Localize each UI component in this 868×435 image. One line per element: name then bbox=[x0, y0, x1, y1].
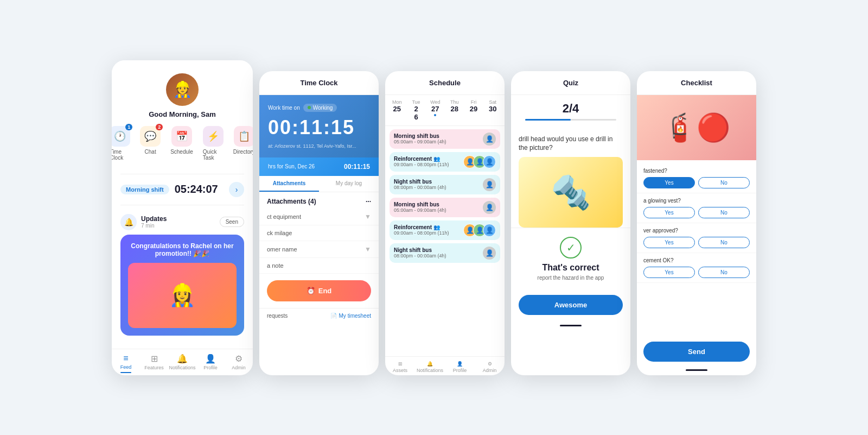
showcase: 👷 Good Morning, Sam 🕐1 Time Clock 💬2 Cha… bbox=[79, 39, 789, 397]
awesome-button[interactable]: Awesome bbox=[519, 295, 623, 315]
chat-label: Chat bbox=[145, 149, 156, 155]
updates-text: Updates 7 min bbox=[141, 215, 215, 229]
cl-options-0: Yes No bbox=[643, 177, 750, 188]
directory-bubble: 📋 bbox=[234, 126, 253, 147]
shift-arrow-button[interactable]: › bbox=[229, 182, 244, 197]
tc-field-3[interactable]: a note bbox=[259, 258, 379, 274]
sch-profile-label: Profile bbox=[453, 368, 467, 373]
timeclock-bubble: 🕐1 bbox=[112, 126, 130, 147]
nav-features[interactable]: ⊞ Features bbox=[140, 354, 168, 373]
timesheet-icon: 📄 bbox=[330, 313, 337, 319]
day-fri[interactable]: Fri 29 bbox=[464, 99, 483, 121]
tc-more-icon: ··· bbox=[366, 198, 371, 205]
chat-badge: 2 bbox=[156, 124, 163, 130]
promo-text: Congratulations to Rachel on her promoti… bbox=[128, 242, 237, 257]
day-dot bbox=[434, 114, 436, 116]
tc-shift-banner: hrs for Sun, Dec 26 00:11:15 bbox=[259, 157, 379, 176]
day-tue[interactable]: Tue 26 bbox=[406, 99, 425, 121]
profile-nav-icon: 👤 bbox=[205, 354, 216, 364]
shift-row: Morning shift 05:24:07 › bbox=[112, 179, 253, 200]
cl-question-1: a glowing vest? Yes No bbox=[637, 193, 756, 223]
cl-yes-0[interactable]: Yes bbox=[643, 177, 695, 188]
tc-field-1[interactable]: ck milage bbox=[259, 225, 379, 241]
quicktask-icon-item[interactable]: ⚡ Quick Task bbox=[203, 126, 224, 161]
cl-no-3[interactable]: No bbox=[698, 267, 750, 278]
schedule-label: Schedule bbox=[170, 149, 193, 155]
day-sat[interactable]: Sat 30 bbox=[483, 99, 502, 121]
quiz-correct-title: That's correct bbox=[519, 263, 623, 273]
chat-icon-item[interactable]: 💬2 Chat bbox=[140, 126, 161, 161]
work-time-label: Work time on Working bbox=[268, 104, 370, 112]
shift-time: 05:24:07 bbox=[175, 183, 224, 196]
sch-notifications-icon: 🔔 bbox=[427, 361, 433, 367]
nav-profile-label: Profile bbox=[203, 365, 218, 370]
sch-nav-assets[interactable]: ⊞ Assets bbox=[385, 361, 415, 373]
directory-label: Directory bbox=[233, 149, 253, 155]
updates-time: 7 min bbox=[141, 223, 215, 229]
nav-notifications[interactable]: 🔔 Notifications bbox=[168, 354, 196, 373]
tc-field-2[interactable]: omer name ▼ bbox=[259, 241, 379, 258]
checklist-title: Checklist bbox=[637, 71, 756, 95]
day-thu[interactable]: Thu 28 bbox=[445, 99, 464, 121]
multi-avatar-4: 👤 👤 👤 bbox=[463, 224, 496, 237]
cl-q-text-1: a glowing vest? bbox=[643, 198, 750, 204]
day-mon[interactable]: Mon 25 bbox=[387, 99, 406, 121]
timeclock-icon-item[interactable]: 🕐1 Time Clock bbox=[112, 126, 130, 161]
shift-item-4[interactable]: Reinforcement 👥 09:00am - 08:00pm (11h) … bbox=[390, 220, 500, 240]
nav-feed-label: Feed bbox=[120, 364, 132, 370]
shift-item-2[interactable]: Night shift bus 08:00pm - 00:00am (4h) 👤 bbox=[390, 175, 500, 194]
cl-yes-3[interactable]: Yes bbox=[643, 267, 695, 278]
tab-daylog[interactable]: My day log bbox=[319, 176, 379, 192]
shift-item-3[interactable]: Morning shift bus 05:00am - 09:00am (4h)… bbox=[390, 198, 500, 217]
cl-q-text-0: fastened? bbox=[643, 168, 750, 174]
nav-features-label: Features bbox=[144, 365, 164, 370]
nav-feed[interactable]: ≡ Feed bbox=[112, 354, 140, 373]
cl-no-2[interactable]: No bbox=[698, 237, 750, 248]
day-wed[interactable]: Wed 27 bbox=[426, 99, 445, 121]
tc-shift-timer: 00:11:15 bbox=[344, 163, 370, 171]
schedule-icon-item[interactable]: 📅 Schedule bbox=[170, 126, 193, 161]
end-button[interactable]: ⏰ End bbox=[267, 280, 371, 301]
tc-shift-label: hrs for Sun, Dec 26 bbox=[268, 163, 315, 169]
greeting-text: Good Morning, Sam bbox=[149, 110, 216, 118]
cl-q-text-2: ver approved? bbox=[643, 228, 750, 234]
shift-item-0[interactable]: Morning shift bus 05:00am - 09:00am (4h)… bbox=[390, 129, 500, 149]
nav-admin[interactable]: ⚙ Admin bbox=[225, 354, 253, 373]
nav-profile[interactable]: 👤 Profile bbox=[196, 354, 225, 373]
schedule-title: Schedule bbox=[385, 71, 505, 95]
quiz-correct-banner: ✓ That's correct report the hazard in th… bbox=[511, 228, 630, 289]
timeclock-title: Time Clock bbox=[259, 71, 379, 95]
cl-yes-2[interactable]: Yes bbox=[643, 237, 695, 248]
feed-icons-row: 🕐1 Time Clock 💬2 Chat 📅 Schedule ⚡ Qui bbox=[112, 126, 253, 161]
tab-attachments[interactable]: Attachments bbox=[259, 176, 319, 192]
checklist-home-indicator bbox=[686, 369, 707, 371]
sch-nav-profile[interactable]: 👤 Profile bbox=[445, 361, 475, 373]
cl-question-0: fastened? Yes No bbox=[637, 163, 756, 193]
sch-nav-admin[interactable]: ⚙ Admin bbox=[475, 361, 505, 373]
schedule-days-row: Mon 25 Tue 26 Wed 27 Thu 28 Fri 29 Sat bbox=[385, 95, 505, 126]
send-button[interactable]: Send bbox=[643, 342, 750, 362]
tc-requests[interactable]: requests bbox=[267, 313, 288, 319]
shift-avatar-3: 👤 bbox=[483, 201, 496, 214]
seen-button[interactable]: Seen bbox=[220, 217, 244, 227]
shift-avatar-2: 👤 bbox=[483, 178, 496, 191]
promo-card: Congratulations to Rachel on her promoti… bbox=[120, 235, 244, 336]
directory-icon-item[interactable]: 📋 Directory bbox=[233, 126, 253, 161]
cl-yes-1[interactable]: Yes bbox=[643, 207, 695, 218]
cl-options-1: Yes No bbox=[643, 207, 750, 218]
shift-item-1[interactable]: Reinforcement 👥 09:00am - 08:00pm (11h) … bbox=[390, 152, 500, 172]
cl-no-0[interactable]: No bbox=[698, 177, 750, 188]
feed-card: 👷 Good Morning, Sam 🕐1 Time Clock 💬2 Cha… bbox=[112, 60, 253, 375]
shift-item-5[interactable]: Night shift bus 08:00pm - 00:00am (4h) 👤 bbox=[390, 243, 500, 263]
quicktask-bubble: ⚡ bbox=[203, 126, 224, 147]
quiz-progress-bar bbox=[525, 119, 616, 121]
assets-label: Assets bbox=[393, 368, 407, 373]
sch-notifications-label: Notifications bbox=[417, 368, 443, 373]
sch-nav-notifications[interactable]: 🔔 Notifications bbox=[415, 361, 445, 373]
tc-timesheet[interactable]: 📄 My timesheet bbox=[330, 313, 371, 319]
assets-nav-icon: ⊞ bbox=[398, 361, 403, 367]
tc-field-0[interactable]: ct equipment ▼ bbox=[259, 209, 379, 225]
quiz-home-indicator bbox=[560, 325, 582, 326]
cl-no-1[interactable]: No bbox=[698, 207, 750, 218]
timeclock-card: Time Clock Work time on Working 00:11:15… bbox=[259, 71, 379, 375]
